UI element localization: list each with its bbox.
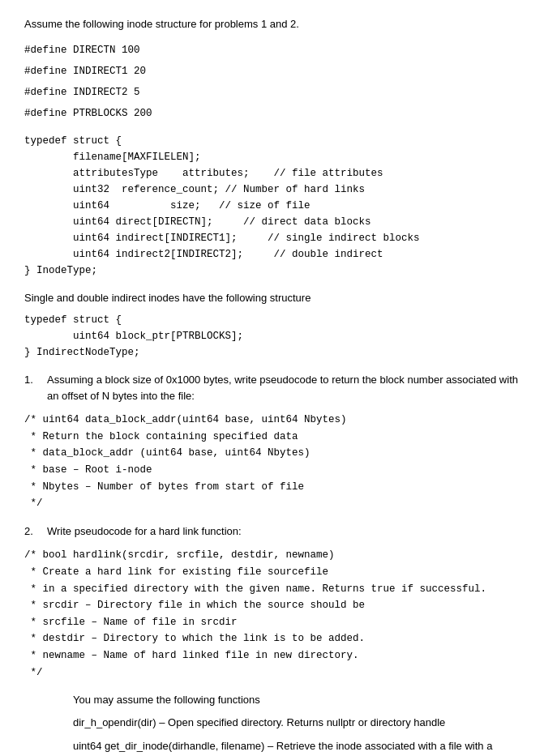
- functions-section: You may assume the following functions d…: [73, 692, 520, 756]
- fn-opendir-signature: dir_h_opendir(dir) – Open specified dire…: [73, 715, 520, 731]
- intro-text: Assume the following inode structure for…: [24, 16, 520, 32]
- functions-intro: You may assume the following functions: [73, 692, 520, 708]
- problem1: 1. Assuming a block size of 0x1000 bytes…: [24, 372, 520, 404]
- problem1-comment: /* uint64 data_block_addr(uint64 base, u…: [24, 412, 520, 512]
- problem1-content: Assuming a block size of 0x1000 bytes, w…: [47, 372, 520, 404]
- define-line-3: #define INDIRECT2 5: [24, 84, 520, 100]
- problem2-comment: /* bool hardlink(srcdir, srcfile, destdi…: [24, 547, 520, 681]
- define-line-2: #define INDIRECT1 20: [24, 63, 520, 79]
- define-line-1: #define DIRECTN 100: [24, 42, 520, 58]
- problem1-text: Assuming a block size of 0x1000 bytes, w…: [47, 372, 520, 404]
- typedef2-block: typedef struct { uint64 block_ptr[PTRBLO…: [24, 312, 520, 361]
- problem2-text: Write pseudocode for a hard link functio…: [47, 523, 520, 540]
- problem2-content: Write pseudocode for a hard link functio…: [47, 523, 520, 540]
- helper-fn-get-dir-inode: uint64 get_dir_inode(dirhandle, filename…: [73, 738, 520, 756]
- helper-fn-opendir: dir_h_opendir(dir) – Open specified dire…: [73, 715, 520, 731]
- problem2: 2. Write pseudocode for a hard link func…: [24, 523, 520, 540]
- typedef1-block: typedef struct { filename[MAXFILELEN]; a…: [24, 133, 520, 279]
- fn-get-dir-inode-sig: uint64 get_dir_inode(dirhandle, filename…: [73, 738, 520, 756]
- problem2-num: 2.: [24, 523, 47, 540]
- define-line-4: #define PTRBLOCKS 200: [24, 105, 520, 122]
- defines-section: #define DIRECTN 100 #define INDIRECT1 20…: [24, 42, 520, 122]
- indirect-intro: Single and double indirect inodes have t…: [24, 290, 520, 306]
- problem1-num: 1.: [24, 372, 47, 404]
